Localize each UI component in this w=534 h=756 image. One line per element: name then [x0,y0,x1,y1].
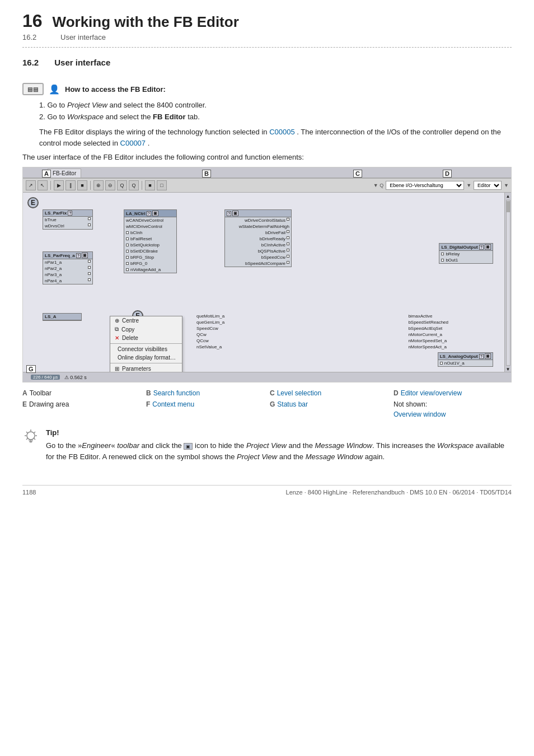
toolbar-btn-zoom-fit[interactable]: Q [117,180,127,190]
person-icon: 👤 [48,83,60,95]
block-icon-11: ▣ [485,353,491,359]
toolbar-btn-search[interactable]: Q [129,180,139,190]
chapter-title: Working with the FB Editor [53,13,239,31]
port-nout1v: nOut1V_a [438,360,493,366]
section-number: 16.2 [22,58,39,67]
tip-lightbulb-icon [22,428,39,448]
toolbar-btn-open[interactable]: □ [157,180,167,190]
fb-note-link2[interactable]: C00007 [120,139,146,147]
block-ls-analogoutput-title: LS_AnalogOutput ? ▣ [438,353,493,360]
port-npar1: nPar1_a [43,259,92,265]
toolbar-btn-zoom-out[interactable]: ⊖ [105,180,115,190]
port-dot-bspeedactcompare [287,261,289,264]
toolbar-btn-save[interactable]: ■ [145,180,155,190]
block-icon-7: ▣ [232,211,238,216]
block-ls-parfix: LS_ParFix ? bTrue wDrvsCtrl [43,209,93,230]
section-divider [22,47,512,48]
legend-val-F[interactable]: Context menu [152,400,194,408]
toolbar-btn-play[interactable]: ▶ [54,180,64,190]
user-interface-note: The user interface of the FB Editor incl… [22,153,512,161]
toolbar-btn-pause[interactable]: ‖ [65,180,76,190]
context-menu-item-copy[interactable]: ⧉ Copy [110,325,182,334]
block-la-nctrl: LA_NCtrl ? ▣ wCANDriveControl wMCIDriveC… [124,209,177,273]
parameters-icon: ⊞ [115,366,119,372]
legend-val-D[interactable]: Editor view/overview [401,389,462,397]
fb-editor-screenshot: A B C D FB-Editor ↗ ↖ ▶ ‖ ■ ⊕ ⊖ Q Q ■ □ … [22,167,512,382]
page-number: 1188 [22,489,36,496]
scrollbar-up-arrow[interactable]: ▲ [506,194,510,199]
toolbar-btn-zoom-in[interactable]: ⊕ [93,180,104,190]
sub-chapter: 16.2 User interface [22,33,512,41]
context-menu-item-delete[interactable]: ✕ Delete [110,334,182,342]
port-bfailreset: bFailReset [124,236,176,242]
toolbar-btn-stop[interactable]: ■ [77,180,87,190]
port-brfg-0: bRFG_0 [124,260,176,267]
context-menu-sep-2 [110,363,182,363]
tip-icon-area [22,428,39,448]
port-npar4: nPar4_a [43,278,92,284]
editor-canvas[interactable]: E LS_ParFix ? bTrue wDrvsCtrl [23,193,504,372]
right-ports: bimaxActive bSpeedSetReached bSpeedActEq… [408,313,448,350]
legend-val-B[interactable]: Search function [153,389,200,397]
context-menu-item-online-display[interactable]: Online display format… [110,353,182,362]
legend-key-F: F [146,400,150,408]
copy-icon: ⧉ [115,326,119,333]
step-2-text-after: tab. [188,113,200,121]
block-ls-digitaloutput-title: LS_DigitalOutput ? ▣ [439,244,493,251]
svg-point-0 [27,432,35,440]
how-to-access: ▤▤ 👤 How to access the FB Editor: [22,83,512,95]
editor-select[interactable]: Editor [474,181,502,190]
fb-note-link1[interactable]: C00005 [269,128,295,136]
legend-key-C: C [270,389,275,397]
legend-val-G[interactable]: Status bar [277,400,308,408]
context-menu-item-parameters[interactable]: ⊞ Parameters [110,365,182,372]
scrollbar-thumb[interactable] [507,201,510,212]
port-bdrivefail: bDriveFail [225,230,291,236]
editor-body: E LS_ParFix ? bTrue wDrvsCtrl [23,193,511,372]
block-ls-parfix-title: LS_ParFix ? [43,210,92,217]
port-bsetdcbrake: bSetDCBrake [124,248,176,254]
block-drivecontrolstatus: ? ▣ wDriveControlStatus wStateDetermFail… [224,209,292,267]
context-menu-label-delete: Delete [122,335,138,341]
tip-title: Tip! [46,428,512,437]
tip-section: Tip! Go to the »Engineer« toolbar and cl… [22,428,512,463]
editor-scrollbar[interactable]: ▲ ▼ [504,193,511,372]
tip-text: Go to the »Engineer« toolbar and click t… [46,440,512,463]
block-icon: ? [68,211,72,216]
legend-item-A: A Toolbar [22,389,140,397]
toolbar-btn-pointer[interactable]: ↖ [38,180,48,190]
port-dot-bqspisactive [287,249,289,251]
toolbar-btn-arrow[interactable]: ↗ [26,180,36,190]
legend-grid: A Toolbar B Search function C Level sele… [22,389,512,418]
scrollbar-track[interactable] [506,200,510,366]
fb-note-line1-before: The FB Editor displays the wiring of the… [39,128,269,136]
editor-tab[interactable]: FB-Editor [48,169,81,178]
context-menu-item-connector[interactable]: Connector visibilites [110,345,182,353]
context-menu-label-online: Online display format… [118,354,176,361]
legend-key-B: B [146,389,151,397]
status-value-1: 226 / 640 µs [31,375,60,380]
block-icon-10: ? [479,354,484,359]
label-C: C [353,170,362,178]
step-1-text-after: and select the 8400 controller. [110,101,207,109]
legend-val-overview-window[interactable]: Overview window [394,410,446,418]
toolbar-icon-inline: ▣ [184,443,193,450]
block-ls-digitaloutput: LS_DigitalOutput ? ▣ bRelay bOut1 [439,243,493,264]
context-menu-item-centre[interactable]: ⊕ Centre [110,316,182,325]
block-ls-analogoutput: LS_AnalogOutput ? ▣ nOut1V_a [438,352,493,367]
scrollbar-down-arrow[interactable]: ▼ [506,367,510,372]
block-la-nctrl-title: LA_NCtrl ? ▣ [124,210,176,217]
legend-val-C[interactable]: Level selection [277,389,321,397]
context-menu-label-copy: Copy [121,326,134,333]
port-nvoltageadd: nVoltageAdd_a [124,267,176,273]
port-wcandrivecontrol: wCANDriveControl [124,217,176,223]
svg-line-7 [34,432,36,433]
context-menu-icon-centre: ⊕ [115,318,119,324]
context-menu-label-centre: Centre [122,318,139,324]
legend-item-E: E Drawing area [22,400,140,418]
svg-line-5 [26,432,28,433]
level-select[interactable]: Ebene I/O-Verschaltung [386,181,464,190]
toolbar-right: ▼ Q Ebene I/O-Verschaltung ▼ Editor ▼ [373,181,509,190]
port-dot-wdrivectrl [88,223,91,226]
step-1-text-before: Go to [47,101,67,109]
